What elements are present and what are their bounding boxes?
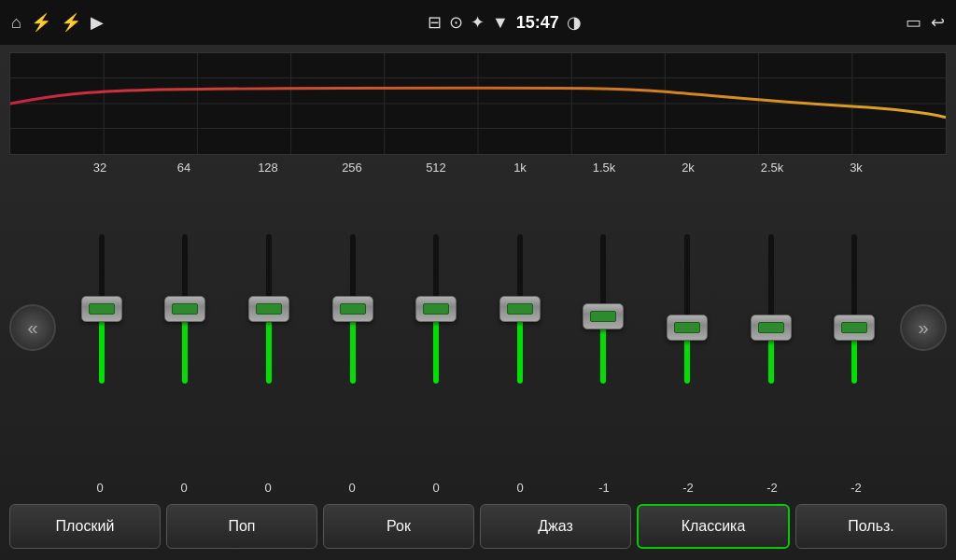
slider-handle-inner-3 <box>340 303 366 315</box>
status-center-icons: ⊟ ⊙ ✦ ▼ 15:47 ◑ <box>428 12 582 33</box>
slider-handle-9[interactable] <box>834 315 875 341</box>
slider-col-8[interactable] <box>738 234 804 421</box>
nav-left-button[interactable]: « <box>9 304 56 351</box>
freq-label-256: 256 <box>319 161 385 175</box>
status-right-icons: ▭ ↩ <box>906 12 945 33</box>
slider-track-5 <box>517 234 523 384</box>
slider-handle-6[interactable] <box>583 303 624 329</box>
home-icon[interactable]: ⌂ <box>11 13 21 33</box>
freq-label-64: 64 <box>151 161 217 175</box>
brightness-icon[interactable]: ◑ <box>567 12 582 33</box>
slider-track-6 <box>600 234 606 384</box>
value-2: 0 <box>235 481 301 495</box>
sliders-area: « » <box>9 178 947 477</box>
slider-handle-inner-9 <box>841 322 867 333</box>
freq-label-3k: 3k <box>823 161 889 175</box>
preset-pop[interactable]: Поп <box>166 504 317 549</box>
freq-label-1k: 1k <box>487 161 553 175</box>
slider-handle-4[interactable] <box>415 296 457 322</box>
value-6: -1 <box>571 481 637 495</box>
slider-col-6[interactable] <box>570 234 636 421</box>
slider-handle-inner-1 <box>172 303 198 315</box>
value-8: -2 <box>739 481 805 495</box>
eq-graph <box>9 52 947 155</box>
value-3: 0 <box>319 481 385 495</box>
freq-label-1.5k: 1.5k <box>571 161 637 175</box>
status-bar: ⌂ ⚡ ⚡ ▶ ⊟ ⊙ ✦ ▼ 15:47 ◑ ▭ ↩ <box>0 0 956 45</box>
usb2-icon: ⚡ <box>61 12 81 33</box>
value-labels: 0 0 0 0 0 0 -1 -2 -2 -2 <box>9 477 947 498</box>
window-icon[interactable]: ▭ <box>906 12 921 33</box>
freq-label-2.5k: 2.5k <box>739 161 805 175</box>
slider-handle-inner-2 <box>256 303 282 315</box>
value-1: 0 <box>151 481 217 495</box>
slider-handle-8[interactable] <box>751 315 792 341</box>
slider-handle-5[interactable] <box>499 296 541 322</box>
preset-user[interactable]: Польз. <box>795 504 947 549</box>
slider-track-8 <box>768 234 774 384</box>
clock: 15:47 <box>516 13 559 33</box>
sliders-row <box>56 234 900 421</box>
preset-flat[interactable]: Плоский <box>9 504 161 549</box>
slider-handle-inner-6 <box>590 311 616 322</box>
nav-right-button[interactable]: » <box>900 304 947 351</box>
cast-icon: ⊟ <box>428 12 442 33</box>
slider-handle-inner-8 <box>758 322 784 333</box>
slider-col-1[interactable] <box>152 234 218 421</box>
slider-col-5[interactable] <box>487 234 553 421</box>
slider-handle-3[interactable] <box>332 296 373 322</box>
value-4: 0 <box>403 481 469 495</box>
slider-handle-inner-0 <box>89 303 115 315</box>
slider-handle-0[interactable] <box>81 296 122 322</box>
slider-handle-7[interactable] <box>667 315 708 341</box>
back-icon[interactable]: ↩ <box>931 12 945 33</box>
play-icon: ▶ <box>91 12 104 33</box>
location-icon: ⊙ <box>449 12 463 33</box>
slider-track-7 <box>684 234 690 384</box>
slider-col-7[interactable] <box>654 234 720 421</box>
bluetooth-icon: ✦ <box>471 12 485 33</box>
value-0: 0 <box>67 481 133 495</box>
freq-label-128: 128 <box>235 161 301 175</box>
slider-track-9 <box>851 234 857 384</box>
usb1-icon: ⚡ <box>31 12 51 33</box>
slider-col-0[interactable] <box>69 234 134 421</box>
preset-buttons: Плоский Поп Рок Джаз Классика Польз. <box>9 498 947 553</box>
slider-handle-inner-5 <box>507 303 533 315</box>
freq-labels: 32 64 128 256 512 1k 1.5k 2k 2.5k 3k <box>9 161 947 175</box>
slider-track-4 <box>433 234 439 384</box>
preset-rock[interactable]: Рок <box>323 504 474 549</box>
slider-handle-inner-4 <box>423 303 449 315</box>
preset-jazz[interactable]: Джаз <box>480 504 631 549</box>
slider-track-0 <box>99 234 105 384</box>
slider-handle-2[interactable] <box>248 296 289 322</box>
slider-track-3 <box>350 234 356 384</box>
slider-col-2[interactable] <box>236 234 302 421</box>
status-left-icons: ⌂ ⚡ ⚡ ▶ <box>11 12 104 33</box>
freq-label-32: 32 <box>67 161 133 175</box>
slider-track-2 <box>266 234 272 384</box>
value-9: -2 <box>823 481 889 495</box>
eq-container: 32 64 128 256 512 1k 1.5k 2k 2.5k 3k « »… <box>0 45 956 560</box>
slider-track-1 <box>182 234 188 384</box>
slider-col-3[interactable] <box>320 234 386 421</box>
wifi-icon: ▼ <box>492 13 509 33</box>
eq-curve-svg <box>10 53 946 154</box>
freq-label-2k: 2k <box>655 161 721 175</box>
slider-handle-inner-7 <box>674 322 700 333</box>
slider-handle-1[interactable] <box>164 296 205 322</box>
value-5: 0 <box>487 481 553 495</box>
slider-col-9[interactable] <box>822 234 887 421</box>
freq-label-512: 512 <box>403 161 469 175</box>
slider-col-4[interactable] <box>403 234 469 421</box>
value-7: -2 <box>655 481 721 495</box>
preset-classic[interactable]: Классика <box>637 504 790 549</box>
